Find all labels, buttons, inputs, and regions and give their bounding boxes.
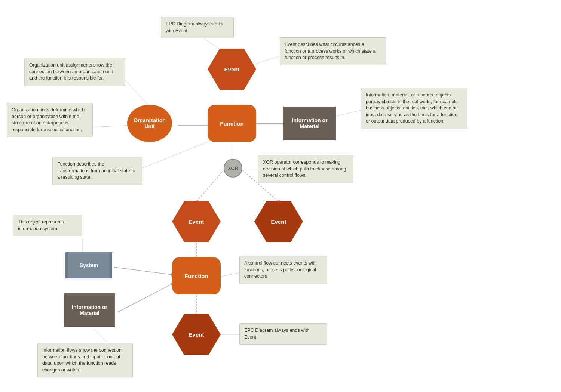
tooltip-epc-start: EPC Diagram always starts with Event: [161, 17, 234, 38]
function2-label: Function: [184, 273, 208, 279]
diagram-container: EPC Diagram always starts with Event Org…: [0, 0, 561, 392]
event2-label: Event: [189, 219, 204, 225]
tooltip-org-assign: Organization unit assignments show the c…: [24, 58, 125, 86]
org-unit-shape[interactable]: Organization Unit: [127, 105, 172, 142]
org-unit-label: Organization Unit: [134, 117, 166, 129]
svg-line-17: [118, 284, 172, 312]
tooltip-control-flow-desc: A control flow connects events with func…: [239, 256, 327, 284]
system-label: System: [80, 262, 98, 268]
info-material-shape-1[interactable]: Information or Material: [283, 107, 336, 140]
xor-shape[interactable]: XOR: [224, 159, 242, 178]
event-shape-4[interactable]: Event: [172, 314, 221, 355]
info-material1-label: Information or Material: [292, 117, 328, 129]
tooltip-info-flow-desc: Information flows show the connection be…: [37, 343, 133, 377]
tooltip-event-desc: Event describes what circumstances a fun…: [280, 37, 386, 65]
function1-label: Function: [220, 120, 243, 127]
event-shape-1[interactable]: Event: [208, 49, 256, 90]
svg-line-15: [114, 267, 172, 275]
function-shape-2[interactable]: Function: [172, 257, 221, 294]
info-material-shape-2[interactable]: Information or Material: [64, 293, 115, 327]
event-shape-2[interactable]: Event: [172, 201, 221, 242]
event-shape-3[interactable]: Event: [254, 201, 303, 242]
svg-line-24: [337, 110, 361, 116]
tooltip-system-desc: This object represents information syste…: [13, 215, 82, 236]
event4-label: Event: [189, 331, 204, 338]
tooltip-function-desc: Function describes the transformations f…: [52, 157, 142, 185]
tooltip-org-unit-desc: Organization units determine which perso…: [7, 103, 93, 137]
svg-line-21: [256, 56, 280, 64]
svg-line-4: [196, 170, 224, 202]
event1-label: Event: [224, 66, 240, 72]
event3-label: Event: [271, 219, 286, 225]
tooltip-xor-desc: XOR operator corresponds to making decis…: [258, 155, 353, 183]
xor-label: XOR: [228, 166, 238, 171]
svg-line-25: [142, 142, 208, 168]
svg-line-22: [125, 80, 150, 107]
system-shape[interactable]: System: [65, 252, 112, 278]
svg-line-23: [93, 125, 133, 127]
function-shape-1[interactable]: Function: [208, 105, 256, 142]
info-material2-label: Information or Material: [72, 304, 107, 316]
tooltip-epc-end: EPC Diagram always ends with Event: [239, 323, 327, 345]
tooltip-info-material-desc: Information, material, or resource objec…: [361, 88, 468, 129]
svg-line-28: [221, 273, 239, 277]
